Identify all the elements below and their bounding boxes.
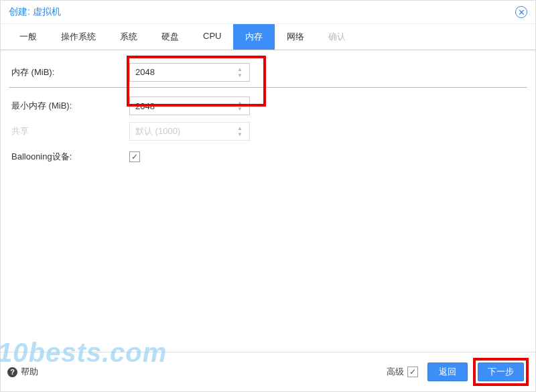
advanced-label: 高级 [387,366,404,378]
footer: ? 帮助 高级 返回 下一步 [1,352,535,391]
ballooning-checkbox[interactable] [129,151,140,162]
shares-spinner: ▲▼ [129,122,250,141]
ballooning-label: Ballooning设备: [9,151,129,163]
footer-actions: 高级 返回 下一步 [387,358,529,386]
shares-input [130,123,230,140]
tab-cpu[interactable]: CPU [191,24,233,50]
dialog-title: 创建: 虚拟机 [9,6,61,18]
help-label: 帮助 [21,366,38,378]
memory-row: 内存 (MiB): ▲▼ [9,62,527,88]
close-icon[interactable]: ✕ [515,6,527,18]
tab-memory[interactable]: 内存 [233,24,275,50]
help-button[interactable]: ? 帮助 [7,366,38,378]
min-memory-row: 最小内存 (MiB): ▲▼ [9,93,527,119]
titlebar: 创建: 虚拟机 ✕ [1,1,535,24]
back-button[interactable]: 返回 [427,363,468,381]
shares-row: 共享 ▲▼ [9,119,527,144]
tab-system[interactable]: 系统 [108,24,149,50]
spinner-arrows-icon[interactable]: ▲▼ [237,64,245,81]
advanced-toggle[interactable]: 高级 [387,366,418,378]
memory-input[interactable] [130,64,230,81]
help-icon: ? [7,367,17,377]
spinner-arrows-icon[interactable]: ▲▼ [237,97,245,115]
tab-confirm: 确认 [316,24,358,50]
advanced-checkbox[interactable] [407,367,418,377]
next-button[interactable]: 下一步 [478,363,524,381]
tab-general[interactable]: 一般 [7,24,49,50]
shares-label: 共享 [9,125,129,137]
tab-bar: 一般 操作系统 系统 硬盘 CPU 内存 网络 确认 [1,24,535,50]
min-memory-input[interactable] [130,97,230,115]
ballooning-row: Ballooning设备: [9,144,527,170]
memory-label: 内存 (MiB): [9,66,129,78]
memory-spinner[interactable]: ▲▼ [129,63,250,82]
highlight-next-button: 下一步 [473,358,529,386]
tab-network[interactable]: 网络 [275,24,316,50]
tab-os[interactable]: 操作系统 [49,24,108,50]
form-content: 内存 (MiB): ▲▼ 最小内存 (MiB): ▲▼ 共享 [1,50,535,352]
min-memory-spinner[interactable]: ▲▼ [129,96,250,115]
tab-disk[interactable]: 硬盘 [149,24,191,50]
spinner-arrows-icon: ▲▼ [237,123,245,140]
min-memory-label: 最小内存 (MiB): [9,100,129,112]
create-vm-dialog: 创建: 虚拟机 ✕ 一般 操作系统 系统 硬盘 CPU 内存 网络 确认 内存 … [0,0,536,392]
